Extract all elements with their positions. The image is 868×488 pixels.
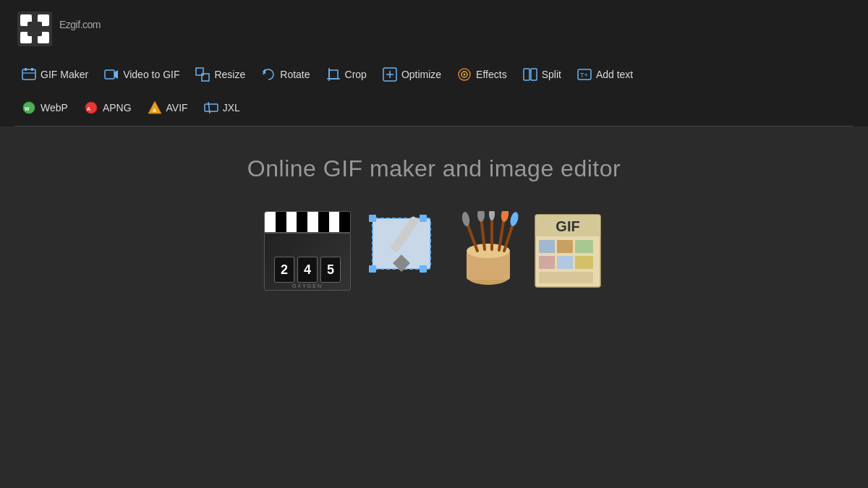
avif-icon: A [148, 100, 162, 115]
nav-add-text[interactable]: T+ Add text [570, 64, 640, 85]
clap-body: 2 4 5 OXYGEN [264, 233, 351, 291]
svg-rect-11 [25, 68, 27, 71]
clap-label: OXYGEN [265, 283, 350, 288]
svg-rect-29 [531, 69, 537, 80]
gif-box-icon: GIF [532, 211, 604, 291]
stripe-5 [307, 212, 318, 232]
stripe-6 [318, 212, 329, 232]
nav-webp[interactable]: W WebP [14, 97, 75, 119]
jxl-label: JXL [223, 102, 240, 114]
svg-point-53 [477, 211, 485, 222]
header: Ezgif.com [0, 0, 868, 58]
nav-rotate[interactable]: Rotate [254, 64, 317, 85]
svg-rect-6 [27, 22, 33, 27]
gif-maker-icon [22, 67, 36, 82]
optimize-label: Optimize [401, 69, 441, 80]
svg-text:A: A [87, 106, 90, 111]
clap-num-2: 4 [297, 257, 318, 283]
video-icon [104, 67, 119, 82]
stripe-2 [276, 212, 286, 232]
svg-text:GIF: GIF [556, 218, 579, 234]
stripe-1 [265, 212, 276, 232]
svg-rect-67 [557, 256, 573, 269]
headline: Online GIF maker and image editor [14, 155, 854, 182]
stripe-4 [297, 212, 307, 232]
svg-rect-65 [575, 240, 593, 253]
rotate-label: Rotate [280, 69, 310, 80]
effects-icon [457, 67, 472, 82]
crop-label: Crop [345, 69, 367, 80]
svg-rect-38 [205, 104, 218, 111]
svg-rect-7 [36, 22, 42, 27]
logo-name: Ezgif [59, 19, 80, 30]
svg-line-56 [499, 217, 504, 250]
stripe-7 [329, 212, 340, 232]
logo[interactable]: Ezgif.com [17, 12, 101, 46]
nav-apng[interactable]: A APNG [77, 97, 139, 119]
svg-rect-64 [557, 240, 573, 253]
paint-icon [445, 211, 532, 291]
svg-point-59 [509, 211, 520, 227]
resize-label: Resize [214, 69, 245, 80]
nav-crop[interactable]: Crop [319, 64, 374, 85]
svg-point-27 [464, 74, 466, 76]
svg-text:W: W [25, 106, 30, 111]
nav-row-1: GIF Maker Video to GIF Resize Rotate [14, 58, 854, 91]
clapperboard-icon: 2 4 5 OXYGEN [264, 211, 351, 291]
apng-icon: A [84, 100, 98, 115]
split-label: Split [542, 69, 561, 80]
main-content: Online GIF maker and image editor 2 [0, 127, 868, 305]
svg-text:T+: T+ [580, 72, 588, 79]
add-text-icon: T+ [577, 67, 592, 82]
clap-num-3: 5 [320, 257, 341, 283]
svg-point-51 [461, 211, 470, 226]
stripe-8 [339, 212, 350, 232]
logo-text: Ezgif.com [59, 17, 101, 40]
jxl-icon [204, 100, 218, 115]
edit-icon [351, 211, 445, 291]
svg-rect-45 [369, 265, 376, 273]
svg-rect-63 [539, 240, 555, 253]
nav-video-to-gif[interactable]: Video to GIF [97, 64, 187, 85]
nav-effects[interactable]: Effects [450, 64, 514, 85]
nav-jxl[interactable]: JXL [197, 97, 247, 119]
nav-gif-maker[interactable]: GIF Maker [14, 64, 95, 85]
nav-avif[interactable]: A AVIF [140, 97, 195, 119]
logo-suffix: .com [80, 19, 101, 30]
svg-rect-44 [420, 215, 427, 222]
logo-icon [17, 12, 52, 46]
effects-label: Effects [476, 69, 507, 80]
svg-point-55 [489, 211, 495, 221]
stripe-3 [286, 212, 297, 232]
svg-rect-10 [22, 69, 35, 80]
svg-rect-43 [369, 215, 376, 222]
svg-rect-12 [31, 68, 33, 71]
nav-split[interactable]: Split [516, 64, 569, 85]
rotate-icon [261, 67, 276, 82]
clap-top [264, 211, 351, 233]
webp-icon: W [22, 100, 36, 115]
svg-rect-28 [524, 69, 529, 80]
svg-rect-69 [539, 272, 593, 283]
svg-rect-9 [36, 30, 42, 36]
svg-rect-68 [575, 256, 593, 269]
apng-label: APNG [103, 102, 132, 114]
nav-resize[interactable]: Resize [188, 64, 252, 85]
add-text-label: Add text [596, 69, 633, 80]
webp-label: WebP [41, 102, 68, 114]
clap-numbers: 2 4 5 [265, 257, 350, 283]
nav-row-2: W WebP A APNG A AVIF JXL [14, 91, 854, 127]
navigation: GIF Maker Video to GIF Resize Rotate [0, 58, 868, 127]
optimize-icon [383, 67, 397, 82]
svg-rect-46 [420, 265, 427, 273]
nav-optimize[interactable]: Optimize [375, 64, 448, 85]
svg-rect-19 [329, 70, 338, 79]
svg-rect-14 [105, 70, 114, 79]
resize-icon [195, 67, 210, 82]
gif-maker-label: GIF Maker [41, 69, 88, 80]
video-to-gif-label: Video to GIF [123, 69, 179, 80]
svg-rect-8 [27, 30, 33, 36]
crop-icon [326, 67, 341, 82]
clap-stripes [265, 212, 350, 232]
feature-icons: 2 4 5 OXYGEN [14, 211, 854, 291]
